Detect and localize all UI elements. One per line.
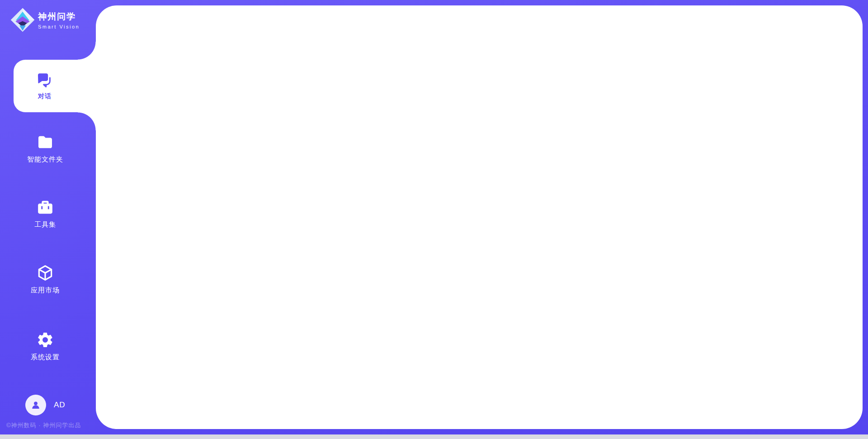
sidebar-item-smart-folder[interactable]: 智能文件夹 — [0, 133, 90, 164]
folder-icon — [36, 133, 54, 151]
user-name: AD — [54, 401, 66, 410]
sidebar-item-label: 系统设置 — [31, 353, 60, 362]
gem-logo-icon — [10, 7, 35, 33]
user-account[interactable]: AD — [25, 395, 66, 415]
sidebar-item-settings[interactable]: 系统设置 — [0, 331, 90, 362]
sidebar-item-label: 对话 — [38, 92, 52, 100]
person-icon — [30, 399, 42, 411]
sidebar-item-chat[interactable]: 对话 — [14, 60, 96, 112]
sidebar-item-toolset[interactable]: 工具集 — [0, 198, 90, 229]
app-logo: 神州问学 Smart Vision — [10, 7, 80, 33]
avatar — [25, 395, 46, 415]
active-tab-curve-top — [78, 42, 96, 60]
gear-icon — [36, 331, 54, 349]
sidebar: 神州问学 Smart Vision 对话 智能文件夹 工具集 应用市场 系统设置 — [0, 0, 96, 439]
sidebar-item-label: 应用市场 — [31, 286, 60, 295]
app-title: 神州问学 — [38, 11, 80, 23]
toolbox-icon — [36, 198, 54, 216]
copyright-footer: ©神州数码 · 神州问学出品 — [6, 421, 81, 429]
sidebar-item-app-market[interactable]: 应用市场 — [0, 264, 90, 295]
active-tab-curve-bottom — [78, 112, 96, 130]
main-panel — [96, 5, 863, 429]
app-window: 神州问学 Smart Vision 对话 智能文件夹 工具集 应用市场 系统设置 — [0, 0, 868, 439]
chat-icon — [36, 72, 53, 89]
sidebar-item-label: 智能文件夹 — [27, 155, 63, 164]
bottom-edge-strip — [0, 434, 868, 439]
sidebar-item-label: 工具集 — [34, 220, 56, 229]
cube-icon — [36, 264, 54, 282]
app-subtitle: Smart Vision — [38, 24, 80, 29]
